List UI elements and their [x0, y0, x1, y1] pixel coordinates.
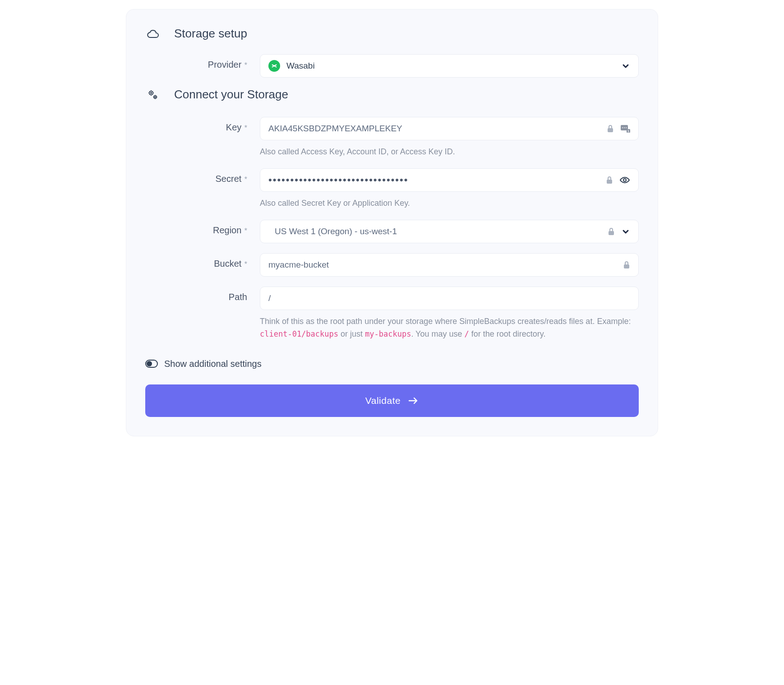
bucket-row: Bucket *: [145, 253, 639, 277]
bucket-label: Bucket *: [145, 253, 260, 269]
svg-rect-4: [608, 128, 613, 132]
validate-button[interactable]: Validate: [145, 384, 639, 417]
provider-label: Provider *: [145, 54, 260, 70]
svg-point-8: [626, 127, 627, 128]
svg-point-6: [622, 127, 623, 128]
key-input[interactable]: [268, 124, 607, 134]
arrow-right-icon: [408, 397, 419, 405]
secret-help: Also called Secret Key or Application Ke…: [260, 197, 639, 210]
chevron-down-icon: [621, 227, 630, 236]
storage-setup-card: Storage setup Provider * Wasabi: [126, 9, 658, 436]
svg-rect-14: [624, 264, 629, 268]
secret-label: Secret *: [145, 168, 260, 184]
key-input-wrap: 1: [260, 117, 639, 140]
secret-row: Secret * •••••••••••••••••••••••••••••••…: [145, 168, 639, 210]
gears-icon: [145, 89, 161, 101]
svg-point-12: [623, 179, 626, 181]
storage-setup-header: Storage setup: [145, 27, 639, 41]
key-label: Key *: [145, 117, 260, 133]
svg-text:1: 1: [627, 130, 629, 133]
svg-point-7: [624, 127, 625, 128]
region-label: Region *: [145, 220, 260, 236]
connect-storage-header: Connect your Storage: [145, 88, 639, 102]
path-help: Think of this as the root path under you…: [260, 315, 639, 341]
provider-row: Provider * Wasabi: [145, 54, 639, 78]
eye-icon[interactable]: [619, 176, 630, 184]
lock-icon: [607, 125, 614, 133]
provider-value: Wasabi: [286, 61, 621, 71]
secret-input-wrap: ••••••••••••••••••••••••••••••••: [260, 168, 639, 192]
bucket-input[interactable]: [268, 260, 623, 270]
region-row: Region * US West 1 (Oregon) - us-west-1: [145, 220, 639, 243]
key-help: Also called Access Key, Account ID, or A…: [260, 146, 639, 158]
region-value: US West 1 (Oregon) - us-west-1: [268, 227, 608, 236]
storage-setup-title: Storage setup: [174, 27, 247, 41]
wasabi-logo-icon: [268, 60, 280, 72]
svg-point-1: [151, 92, 152, 93]
chevron-down-icon: [621, 61, 630, 70]
password-manager-icon[interactable]: 1: [620, 124, 630, 133]
path-row: Path Think of this as the root path unde…: [145, 287, 639, 341]
lock-icon: [606, 176, 613, 184]
bucket-input-wrap: [260, 253, 639, 277]
secret-input[interactable]: ••••••••••••••••••••••••••••••••: [268, 174, 606, 186]
toggle-icon: [145, 360, 158, 368]
connect-storage-title: Connect your Storage: [174, 88, 288, 102]
cloud-icon: [145, 29, 161, 39]
svg-rect-13: [609, 231, 614, 235]
region-select[interactable]: US West 1 (Oregon) - us-west-1: [260, 220, 639, 243]
key-row: Key * 1: [145, 117, 639, 158]
path-input[interactable]: [268, 293, 630, 303]
provider-select[interactable]: Wasabi: [260, 54, 639, 78]
additional-settings-label: Show additional settings: [164, 359, 262, 369]
additional-settings-toggle[interactable]: Show additional settings: [145, 359, 639, 369]
path-label: Path: [145, 287, 260, 302]
validate-button-label: Validate: [365, 395, 401, 406]
svg-rect-11: [607, 180, 612, 184]
lock-icon: [623, 261, 630, 269]
path-input-wrap: [260, 287, 639, 310]
svg-point-3: [155, 97, 156, 97]
lock-icon: [608, 227, 615, 236]
